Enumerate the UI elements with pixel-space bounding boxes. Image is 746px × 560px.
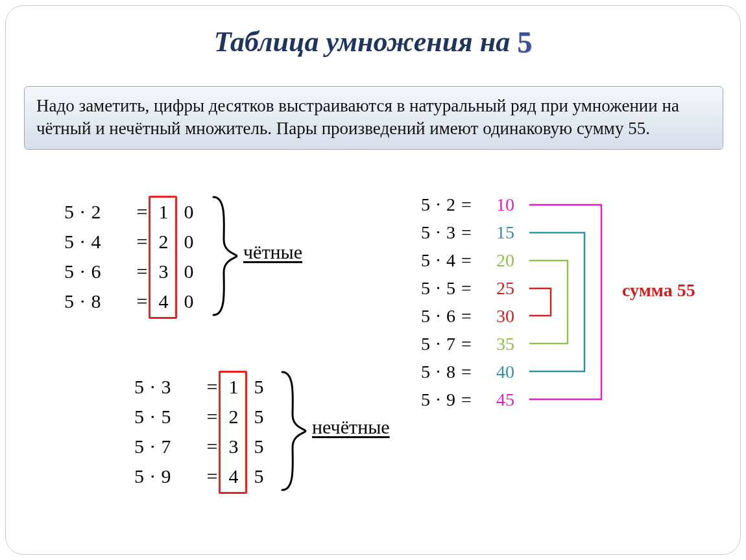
odd-label: нечётные [312, 416, 390, 438]
result-value: 35 [496, 334, 531, 355]
table-row: 5 · 6 = 3 0 [64, 257, 202, 286]
table-row: 5 · 9 = 4 5 [134, 461, 272, 491]
result-value: 20 [496, 250, 531, 271]
table-row: 5 · 9 =45 [421, 386, 531, 414]
expr: 5 · 4 = [421, 250, 496, 271]
table-row: 5 · 3 = 1 5 [134, 372, 272, 402]
units-digit: 0 [176, 231, 202, 253]
expr-lhs: 5 · 8 [64, 290, 133, 312]
expr-lhs: 5 · 2 [64, 201, 133, 223]
title-digit-5: 5 [517, 25, 532, 60]
table-row: 5 · 8 =40 [421, 358, 531, 386]
expr-lhs: 5 · 4 [64, 231, 133, 253]
units-digit: 5 [246, 465, 272, 487]
brace-icon [212, 194, 239, 318]
expr: 5 · 2 = [421, 194, 496, 215]
sum-pairs-column: 5 · 2 =10 5 · 3 =15 5 · 4 =20 5 · 5 =25 … [421, 191, 531, 414]
table-row: 5 · 2 =10 [421, 191, 531, 218]
result-value: 25 [496, 278, 531, 299]
bracket-pair-2 [530, 261, 568, 344]
result-value: 15 [496, 222, 531, 243]
brace-icon [281, 369, 308, 493]
expr: 5 · 9 = [421, 390, 496, 410]
sum-label: сумма 55 [622, 280, 695, 301]
pair-brackets-icon [529, 191, 613, 414]
title-text: Таблица умножения на [214, 26, 510, 58]
expr: 5 · 7 = [421, 334, 496, 355]
result-value: 30 [496, 306, 531, 327]
brace-odd: нечётные [281, 369, 437, 493]
table-row: 5 · 5 = 2 5 [134, 402, 272, 432]
bracket-pair-0 [530, 205, 601, 399]
table-row: 5 · 4 = 2 0 [64, 227, 202, 257]
even-group: 5 · 2 = 1 0 5 · 4 = 2 0 5 · 6 = 3 0 5 · … [64, 197, 202, 316]
units-digit: 5 [246, 436, 272, 458]
expr: 5 · 5 = [421, 278, 496, 299]
table-row: 5 · 2 = 1 0 [64, 197, 202, 227]
even-label: чётные [243, 241, 302, 263]
result-value: 45 [496, 390, 531, 410]
units-digit: 5 [246, 376, 272, 398]
units-digit: 0 [176, 290, 202, 312]
pair-brackets [529, 191, 613, 414]
table-row: 5 · 5 =25 [421, 274, 531, 302]
bracket-pair-1 [530, 233, 584, 371]
tens-highlight-box [149, 196, 177, 319]
units-digit: 0 [176, 261, 202, 283]
table-row: 5 · 8 = 4 0 [64, 286, 202, 316]
odd-group: 5 · 3 = 1 5 5 · 5 = 2 5 5 · 7 = 3 5 5 · … [134, 372, 272, 491]
expr: 5 · 3 = [421, 222, 496, 243]
units-digit: 0 [176, 201, 202, 223]
expr-lhs: 5 · 6 [64, 261, 133, 283]
expr: 5 · 6 = [421, 306, 496, 327]
table-row: 5 · 4 =20 [421, 246, 531, 274]
expr-lhs: 5 · 7 [134, 436, 203, 458]
expr-lhs: 5 · 9 [134, 465, 203, 487]
note-panel: Надо заметить, цифры десятков выстраиваю… [24, 86, 723, 150]
table-row: 5 · 3 =15 [421, 218, 531, 246]
result-value: 10 [496, 194, 531, 215]
page-title: Таблица умножения на 5 [6, 24, 740, 58]
bracket-pair-3 [530, 288, 551, 316]
table-row: 5 · 6 =30 [421, 302, 531, 330]
brace-even: чётные [212, 194, 355, 318]
table-row: 5 · 7 =35 [421, 330, 531, 358]
result-value: 40 [496, 362, 531, 382]
expr-lhs: 5 · 3 [134, 376, 203, 398]
table-row: 5 · 7 = 3 5 [134, 432, 272, 461]
expr-lhs: 5 · 5 [134, 406, 203, 428]
slide-frame: Таблица умножения на 5 Надо заметить, ци… [5, 5, 741, 555]
content-area: 5 · 2 = 1 0 5 · 4 = 2 0 5 · 6 = 3 0 5 · … [6, 191, 740, 554]
tens-highlight-box [219, 371, 247, 494]
note-text: Надо заметить, цифры десятков выстраиваю… [36, 96, 679, 138]
units-digit: 5 [246, 406, 272, 428]
expr: 5 · 8 = [421, 362, 496, 382]
